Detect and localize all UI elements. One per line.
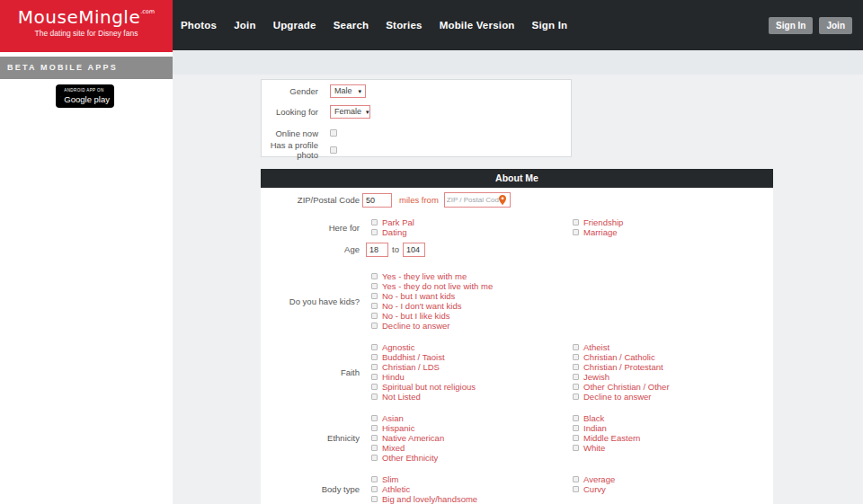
checkbox-icon	[573, 435, 579, 441]
option-hispanic[interactable]: Hispanic	[371, 423, 573, 433]
option-spiritual-but-not-religious[interactable]: Spiritual but not religious	[371, 382, 573, 392]
option-label: Slim	[382, 474, 398, 484]
option-label: Decline to answer	[583, 392, 652, 402]
option-label: Mixed	[382, 443, 405, 453]
option-marriage[interactable]: Marriage	[573, 227, 773, 237]
age-max-input[interactable]	[403, 243, 425, 257]
option-label: No - but I like kids	[382, 311, 450, 321]
checkbox-icon	[371, 374, 378, 380]
sidebar: BETA MOBILE APPS ANDROID APP ON Google p…	[0, 52, 173, 504]
group-label-faith: Faith	[261, 367, 360, 377]
option-label: Asian	[382, 413, 404, 423]
brand-name: MouseMingle.com	[0, 8, 173, 26]
checkbox-icon	[371, 415, 378, 421]
option-curvy[interactable]: Curvy	[573, 484, 773, 494]
option-yes-they-live-with-me[interactable]: Yes - they live with me	[371, 271, 573, 281]
option-christian-protestant[interactable]: Christian / Protestant	[573, 362, 773, 372]
option-slim[interactable]: Slim	[371, 474, 573, 484]
auth-buttons: Sign InJoin	[769, 0, 852, 50]
option-dating[interactable]: Dating	[371, 227, 573, 237]
option-label: Yes - they live with me	[382, 271, 467, 281]
nav-item-photos[interactable]: Photos	[181, 20, 217, 31]
options-column-2: AtheistChristian / CatholicChristian / P…	[573, 342, 773, 402]
radius-input[interactable]	[362, 193, 392, 208]
nav-item-upgrade[interactable]: Upgrade	[273, 20, 316, 31]
option-label: Park Pal	[382, 217, 414, 227]
option-not-listed[interactable]: Not Listed	[371, 392, 573, 402]
option-average[interactable]: Average	[573, 474, 773, 484]
option-decline-to-answer[interactable]: Decline to answer	[573, 392, 773, 402]
option-hindu[interactable]: Hindu	[371, 372, 573, 382]
option-label: Hispanic	[382, 423, 414, 433]
option-big-and-lovely-handsome[interactable]: Big and lovely/handsome	[371, 494, 573, 504]
option-other-ethnicity[interactable]: Other Ethnicity	[371, 453, 573, 463]
option-middle-eastern[interactable]: Middle Eastern	[573, 433, 773, 443]
option-christian-lds[interactable]: Christian / LDS	[371, 362, 573, 372]
checkbox-icon	[573, 384, 579, 390]
option-mixed[interactable]: Mixed	[371, 443, 573, 453]
subheader-strip	[173, 51, 863, 75]
option-agnostic[interactable]: Agnostic	[371, 342, 573, 352]
option-label: Friendship	[583, 217, 623, 227]
location-pin-icon[interactable]	[499, 195, 506, 205]
option-no-but-i-want-kids[interactable]: No - but I want kids	[371, 291, 573, 301]
option-asian[interactable]: Asian	[371, 413, 573, 423]
option-athletic[interactable]: Athletic	[371, 484, 573, 494]
google-play-badge[interactable]: ANDROID APP ON Google play	[56, 84, 114, 108]
sign-in-button[interactable]: Sign In	[769, 17, 813, 34]
checkbox-icon	[371, 354, 378, 360]
gender-select[interactable]: Male	[330, 84, 366, 98]
group-label-body-type: Body type	[261, 484, 360, 494]
age-min-input[interactable]	[366, 243, 388, 257]
nav-item-search[interactable]: Search	[334, 20, 369, 31]
option-yes-they-do-not-live-with-me[interactable]: Yes - they do not live with me	[371, 281, 573, 291]
checkbox-icon	[371, 476, 378, 482]
google-play-text: ANDROID APP ON Google play	[64, 89, 110, 103]
checkbox-icon	[573, 219, 579, 225]
checkbox-icon	[371, 293, 378, 299]
option-indian[interactable]: Indian	[573, 423, 773, 433]
zip-code-input[interactable]	[447, 196, 499, 204]
join-button[interactable]: Join	[819, 17, 852, 34]
option-white[interactable]: White	[573, 443, 773, 453]
has-photo-label: Has a profile photo	[262, 140, 318, 160]
option-atheist[interactable]: Atheist	[573, 342, 773, 352]
options-column-2: AverageCurvy	[573, 474, 773, 494]
checkbox-icon	[371, 303, 378, 309]
looking-for-select[interactable]: Female	[330, 105, 370, 119]
option-no-i-don-t-want-kids[interactable]: No - I don't want kids	[371, 301, 573, 311]
nav-item-mobile-version[interactable]: Mobile Version	[440, 20, 515, 31]
option-park-pal[interactable]: Park Pal	[371, 217, 573, 227]
brand-logo[interactable]: MouseMingle.com The dating site for Disn…	[0, 0, 173, 52]
option-label: Yes - they do not live with me	[382, 281, 493, 291]
option-no-but-i-like-kids[interactable]: No - but I like kids	[371, 311, 573, 321]
option-label: Hindu	[382, 372, 405, 382]
has-photo-checkbox[interactable]	[330, 146, 337, 154]
option-jewish[interactable]: Jewish	[573, 372, 773, 382]
nav-item-sign-in[interactable]: Sign In	[532, 20, 568, 31]
group-label-do-you-have-kids: Do you have kids?	[261, 296, 360, 306]
option-label: Middle Eastern	[583, 433, 640, 443]
option-black[interactable]: Black	[573, 413, 773, 423]
gender-row: Gender Male	[262, 84, 571, 98]
option-decline-to-answer[interactable]: Decline to answer	[371, 321, 573, 331]
checkbox-icon	[371, 445, 378, 451]
option-friendship[interactable]: Friendship	[573, 217, 773, 227]
checkbox-icon	[371, 496, 378, 502]
options-column-1: AsianHispanicNative AmericanMixedOther E…	[371, 413, 573, 463]
age-row: Ageto	[261, 243, 773, 256]
zip-input-wrap	[444, 192, 511, 208]
nav-item-join[interactable]: Join	[234, 20, 255, 31]
nav-item-stories[interactable]: Stories	[386, 20, 422, 31]
option-buddhist-taoist[interactable]: Buddhist / Taoist	[371, 352, 573, 362]
option-other-christian-other[interactable]: Other Christian / Other	[573, 382, 773, 392]
option-label: No - but I want kids	[382, 291, 455, 301]
option-christian-catholic[interactable]: Christian / Catholic	[573, 352, 773, 362]
age-label: Age	[261, 244, 360, 254]
option-native-american[interactable]: Native American	[371, 433, 573, 443]
option-label: Black	[583, 413, 604, 423]
online-now-label: Online now	[262, 128, 318, 138]
online-now-checkbox[interactable]	[330, 129, 337, 137]
about-me-header: About Me	[261, 169, 773, 188]
group-label-ethnicity: Ethnicity	[261, 433, 360, 443]
